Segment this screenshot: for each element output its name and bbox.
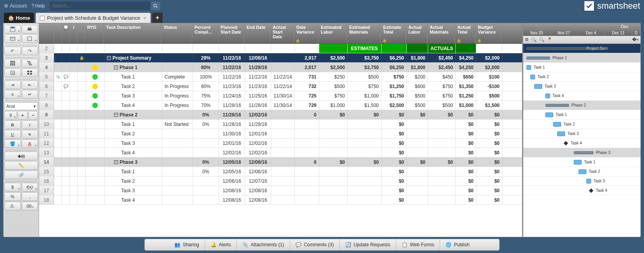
table-row[interactable]: 18Task 412/08/1612/08/16$0$0$0 bbox=[39, 195, 522, 205]
highlight-button[interactable]: ✏️ bbox=[4, 161, 38, 170]
percent-button[interactable]: % bbox=[4, 192, 21, 201]
bold-button[interactable]: B bbox=[4, 120, 21, 129]
cell[interactable] bbox=[348, 120, 382, 129]
cell[interactable]: 11/30/16 bbox=[219, 129, 245, 138]
cell[interactable]: $2,500 bbox=[382, 101, 407, 110]
cell[interactable] bbox=[78, 110, 86, 119]
cell[interactable] bbox=[86, 186, 105, 195]
cell[interactable] bbox=[78, 176, 86, 186]
table-row[interactable]: 3🔒−Project Summary29%11/22/1612/08/162,9… bbox=[39, 53, 522, 63]
collapse-icon[interactable]: − bbox=[114, 66, 118, 69]
cell[interactable]: $1,000 bbox=[319, 101, 348, 110]
cell[interactable]: 12/02/16 bbox=[245, 148, 271, 157]
cell[interactable] bbox=[348, 186, 382, 195]
cell[interactable]: $1,250 bbox=[382, 82, 407, 91]
cell[interactable] bbox=[86, 157, 105, 167]
save-button[interactable]: ▾ bbox=[4, 25, 21, 34]
cell[interactable]: 729 bbox=[295, 101, 319, 110]
cell[interactable]: 11/30/14 bbox=[271, 101, 295, 110]
cell[interactable]: $0 bbox=[382, 195, 407, 204]
cell[interactable]: 11/28/16 bbox=[219, 101, 245, 110]
cell[interactable] bbox=[70, 129, 78, 138]
cell[interactable]: $0 bbox=[476, 148, 502, 157]
cell[interactable]: 5 bbox=[39, 72, 54, 81]
cell[interactable]: $500 bbox=[428, 101, 456, 110]
cell[interactable]: $1,000 bbox=[456, 101, 476, 110]
cell[interactable]: Task 4 bbox=[105, 101, 162, 110]
cell[interactable] bbox=[319, 139, 348, 148]
cell[interactable]: $450 bbox=[428, 72, 456, 81]
cell[interactable]: 0% bbox=[193, 110, 219, 119]
fill-color-button[interactable]: 🪣▾ bbox=[4, 139, 21, 148]
col-ryg[interactable]: RYG bbox=[85, 23, 104, 43]
cell[interactable] bbox=[219, 44, 245, 53]
cell[interactable] bbox=[319, 167, 348, 176]
cell[interactable]: 18 bbox=[39, 195, 54, 204]
cell[interactable] bbox=[70, 120, 78, 129]
font-select[interactable]: Arial▾ bbox=[4, 102, 38, 110]
cell[interactable]: $2,450 bbox=[428, 53, 456, 62]
table-row[interactable]: 8Task 4In Progress70%11/28/1611/28/1611/… bbox=[39, 101, 522, 110]
cell[interactable] bbox=[62, 139, 70, 148]
table-row[interactable]: 6💬Task 2In Progress80%11/23/1611/23/1611… bbox=[39, 82, 522, 91]
cell[interactable] bbox=[62, 176, 70, 186]
cell[interactable] bbox=[62, 195, 70, 204]
cell[interactable]: 10 bbox=[39, 120, 54, 129]
cell[interactable]: Task 1 bbox=[105, 167, 162, 176]
undo-button[interactable]: ↶ bbox=[4, 47, 21, 55]
cell[interactable]: $0 bbox=[382, 167, 407, 176]
cell[interactable]: $1,250 bbox=[456, 91, 476, 100]
cell[interactable]: 7 bbox=[39, 91, 54, 100]
col-emat[interactable]: Estimated Materials bbox=[347, 23, 381, 43]
cell[interactable] bbox=[62, 157, 70, 167]
table-row[interactable]: 5📎💬Task 1Complete100%11/22/1611/22/1611/… bbox=[39, 72, 522, 82]
card-view-button[interactable] bbox=[22, 68, 38, 77]
cell[interactable] bbox=[70, 63, 78, 72]
cell[interactable] bbox=[86, 167, 105, 176]
close-icon[interactable]: × bbox=[143, 15, 146, 21]
font-decrease-button[interactable]: − bbox=[28, 111, 38, 120]
cell[interactable]: $750 bbox=[428, 91, 456, 100]
cell[interactable] bbox=[407, 167, 428, 176]
cell[interactable] bbox=[54, 195, 62, 204]
cell[interactable]: Task 2 bbox=[105, 176, 162, 186]
cell[interactable]: $1,500 bbox=[348, 101, 382, 110]
cell[interactable]: $750 bbox=[319, 91, 348, 100]
search-button[interactable] bbox=[151, 2, 160, 10]
cell[interactable] bbox=[162, 129, 193, 138]
cell[interactable] bbox=[54, 63, 62, 72]
cell[interactable] bbox=[86, 120, 105, 129]
cell[interactable] bbox=[271, 120, 295, 129]
cell[interactable] bbox=[62, 101, 70, 110]
cell[interactable] bbox=[78, 195, 86, 204]
cell[interactable] bbox=[70, 186, 78, 195]
cell[interactable]: 💬 bbox=[62, 82, 70, 91]
cell[interactable]: $0 bbox=[319, 157, 348, 167]
col-etot[interactable]: Estimate Total🔒 bbox=[381, 23, 406, 43]
cell[interactable] bbox=[295, 195, 319, 204]
table-row[interactable]: 13Task 412/02/1612/02/16$0$0$0 bbox=[39, 148, 522, 157]
help-link[interactable]: Help bbox=[35, 3, 45, 9]
cell[interactable]: 11/22/14 bbox=[271, 82, 295, 91]
cell[interactable] bbox=[428, 186, 456, 195]
gantt-week[interactable]: Nov 27 bbox=[550, 30, 578, 36]
cell[interactable] bbox=[86, 148, 105, 157]
cell[interactable]: $0 bbox=[476, 110, 502, 119]
cell[interactable]: $0 bbox=[382, 186, 407, 195]
cell[interactable] bbox=[271, 53, 295, 62]
cell[interactable]: 0 bbox=[295, 110, 319, 119]
cell[interactable] bbox=[348, 195, 382, 204]
cell[interactable]: Task 3 bbox=[105, 91, 162, 100]
search-field[interactable] bbox=[50, 2, 160, 10]
table-row[interactable]: 7Task 3In Progress75%11/24/1611/25/1611/… bbox=[39, 91, 522, 101]
email-button[interactable]: ▾ bbox=[4, 34, 21, 43]
cell[interactable] bbox=[62, 44, 70, 53]
cell[interactable] bbox=[70, 72, 78, 81]
cell[interactable] bbox=[162, 186, 193, 195]
align-left-button[interactable]: ≡▾ bbox=[4, 90, 21, 99]
cell[interactable]: Task 3 bbox=[105, 186, 162, 195]
cell[interactable] bbox=[319, 195, 348, 204]
cell[interactable]: 12/06/16 bbox=[245, 167, 271, 176]
cell[interactable]: $0 bbox=[476, 167, 502, 176]
cell[interactable] bbox=[271, 157, 295, 167]
